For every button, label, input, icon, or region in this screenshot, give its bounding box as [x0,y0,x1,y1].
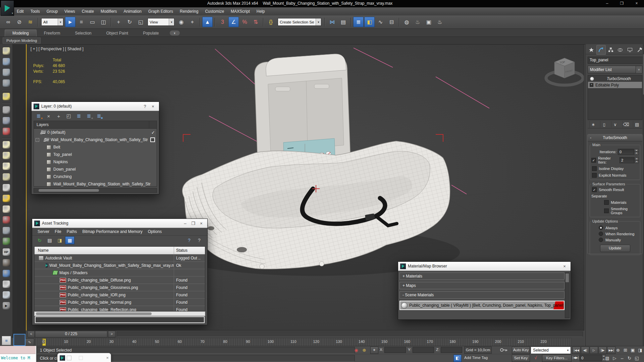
ribbon-tab-selection[interactable]: Selection [67,30,99,37]
select-and-rotate-icon[interactable]: ↻ [124,17,135,27]
layer-dialog-titlebar[interactable]: Layer: 0 (default) ? × [32,102,159,111]
angle-snap-icon[interactable]: ∠ [228,17,239,27]
close-icon[interactable]: × [106,355,109,360]
pot-icon[interactable] [1,258,11,268]
key-filters-button[interactable]: Key Filters... [542,355,572,362]
path-prompt-icon[interactable]: ◨ [55,236,64,244]
previous-frame-slider-button[interactable]: < [28,331,35,338]
group-maps[interactable]: + Maps [399,282,565,289]
hatchet-icon[interactable] [1,226,11,236]
use-pivot-point-center-icon[interactable]: ◉ [176,17,186,27]
render-production-icon[interactable]: ♨ [435,17,445,27]
key-mode-dropdown[interactable]: Selected▾ [531,347,571,354]
film-camera-icon[interactable] [1,105,11,115]
teapot-icon[interactable] [1,46,11,56]
maximize-button[interactable]: ❒ [617,1,627,7]
show-end-result-icon[interactable]: ▯ [600,121,608,128]
asset-row-2[interactable]: Maps / Shaders [35,269,205,277]
menu-edit[interactable]: Edit [13,7,27,15]
area-light-icon[interactable] [1,140,11,150]
render-setup-icon[interactable]: ♨ [413,17,423,27]
maximize-icon[interactable]: ❒ [189,220,197,227]
expand-arrow-icon[interactable]: ▶ [1,301,11,311]
curve-editor-icon[interactable]: ∿ [375,17,386,27]
close-button[interactable]: × [632,1,641,7]
iterations-spinner[interactable]: ▲▼ [634,149,639,155]
layer-row-wall-mount-baby-changing-station-with-safety-strap-7[interactable]: Wall_Mount_Baby_Changing_Station_with_Sa… [34,180,157,188]
rendered-frame-window-icon[interactable]: ▣ [424,17,434,27]
maximize-viewport-icon[interactable]: ◱ [633,355,640,361]
tab-motion[interactable] [615,45,625,54]
window-thumbnail[interactable] [13,334,25,346]
modifier-list-dropdown[interactable]: Modifier List˅ [588,66,642,73]
tab-display[interactable] [625,45,635,54]
minimize-button[interactable]: – [602,1,612,7]
asset-horizontal-scrollbar[interactable] [34,311,205,316]
ribbon-tab-populate[interactable]: Populate [136,30,166,37]
set-key-button[interactable]: Set Key [512,355,530,362]
tab-create[interactable] [587,45,596,54]
select-objects-in-layer-icon[interactable]: ◰ [64,112,74,120]
group-materials[interactable]: + Materials [399,273,565,280]
menu-rendering[interactable]: Rendering [176,7,202,15]
object-name-field[interactable] [588,57,644,64]
layer-row-0-default-0[interactable]: 0 (default)✓ [34,129,157,136]
delete-layer-icon[interactable]: × [44,112,54,120]
asset-row-3[interactable]: PNGPublic_changing_table_Diffuse.pngFoun… [35,277,205,284]
close-icon[interactable]: × [149,103,157,110]
name-column-header[interactable]: Name [35,247,174,254]
material-editor-icon[interactable]: ◍ [401,17,412,27]
camera-moon-icon[interactable] [1,116,11,126]
pin-stack-icon[interactable]: ∗ [589,121,597,128]
next-frame-button[interactable]: ||▶ [598,347,607,354]
asset-menu-file[interactable]: File [52,228,64,236]
highlight-selected-layer-icon[interactable]: ≣○ [84,112,94,120]
current-frame-field[interactable] [580,355,604,361]
ribbon-tab-object-paint[interactable]: Object Paint [99,30,136,37]
asset-row-0[interactable]: Autodesk VaultLogged Out .. [35,254,205,262]
layer-manager-icon[interactable]: ≣ [353,17,364,27]
layer-checkbox[interactable] [150,137,155,142]
expand-icon[interactable]: + [590,83,593,87]
status-column-header[interactable]: Status [174,247,205,254]
previous-frame-button[interactable]: ◀|| [581,347,589,354]
menu-group[interactable]: Group [43,7,61,15]
listener-output-row[interactable]: Welcome to M [0,354,36,362]
taskbar-preview-popup[interactable]: × [57,353,111,362]
spinner-snap-icon[interactable]: ⇅ [251,17,261,27]
scene-explorer-icon[interactable]: ◧ [364,17,375,27]
asset-row-6[interactable]: PNGPublic_changing_table_Normal.pngFound [35,299,205,306]
select-and-scale-icon[interactable]: ◱ [136,17,146,27]
keyboard-lightbulb-icon[interactable] [1,92,11,102]
update-button[interactable]: Update [600,245,630,252]
set-current-layer-icon[interactable]: ≣ [74,112,84,120]
tab-hierarchy[interactable] [606,45,615,54]
materials-checkbox[interactable] [604,200,609,205]
play-button[interactable]: ▷ [590,347,598,354]
command-panel-scrollbar[interactable] [643,44,644,346]
mirror-icon[interactable]: ⋈ [327,17,337,27]
select-object-icon[interactable]: ► [65,17,75,27]
menu-modifiers[interactable]: Modifiers [97,7,120,15]
menu-create[interactable]: Create [78,7,97,15]
asset-row-1[interactable]: Wall_Mount_Baby_Changing_Station_with_Sa… [35,262,205,269]
tab-modify[interactable] [596,45,606,55]
render-frame-icon[interactable] [1,57,11,67]
zoom-icon[interactable]: ⊕ [614,347,622,353]
asset-menu-options[interactable]: Options [145,228,164,236]
auto-key-button[interactable]: Auto Key [512,347,530,354]
layer-row-crunching-6[interactable]: Crunching [34,173,157,180]
schematic-view-icon[interactable]: ⊟ [386,17,397,27]
menu-help[interactable]: Help [253,7,268,15]
layer-row-wall-mount-baby-changing-station-with-safety-strap-1[interactable]: -Wall_Mount_Baby_Changing_Station_with_S… [34,136,157,143]
time-slider-handle[interactable]: 0 / 225 [35,331,107,338]
polygon-modeling-panel[interactable]: Polygon Modeling [3,38,41,44]
minimize-icon[interactable]: – [181,220,189,227]
help-icon[interactable]: ? [184,236,194,244]
next-frame-slider-button[interactable]: > [108,331,115,338]
rectangular-selection-region-icon[interactable]: ▭ [87,17,98,27]
menu-customize[interactable]: Customize [202,7,227,15]
pan-view-icon[interactable]: ⇔ [619,355,626,361]
always-radio[interactable] [599,226,603,230]
window-crossing-icon[interactable]: ◫ [98,17,109,27]
